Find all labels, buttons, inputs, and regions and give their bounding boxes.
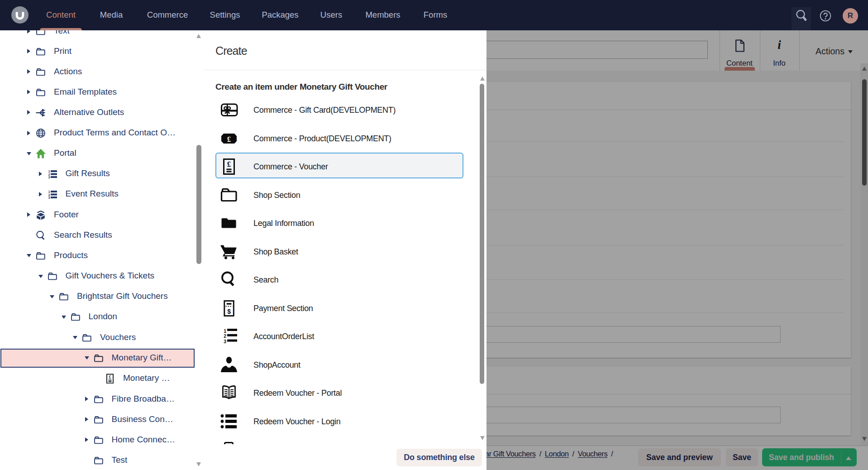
svg-text:1: 1	[224, 328, 226, 334]
svg-text:£: £	[109, 374, 111, 379]
svg-text:£: £	[227, 135, 231, 144]
svg-text:2: 2	[224, 333, 226, 339]
svg-text:3: 3	[224, 339, 226, 344]
svg-text:3: 3	[48, 175, 50, 179]
svg-text:£: £	[227, 160, 231, 168]
svg-text:3: 3	[48, 196, 50, 199]
svg-text:$: $	[227, 307, 231, 315]
